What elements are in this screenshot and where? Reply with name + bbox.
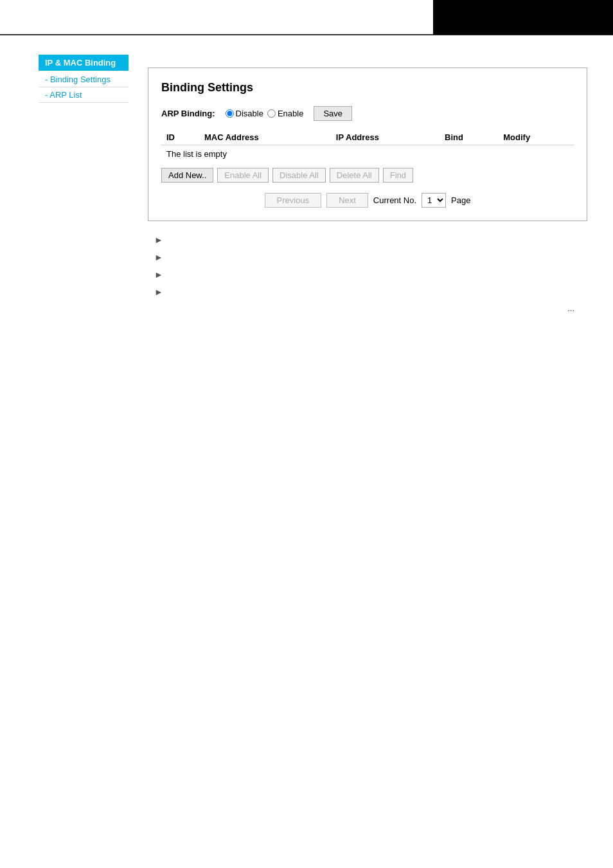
arp-binding-label: ARP Binding: [161, 109, 215, 118]
bullet-item-3: ► [154, 269, 587, 280]
main-layout: IP & MAC Binding - Binding Settings - AR… [0, 35, 613, 326]
ellipsis-line: ... [148, 303, 587, 313]
table-header-row: ID MAC Address IP Address Bind Modify [161, 130, 574, 145]
enable-radio[interactable] [267, 109, 276, 118]
next-button[interactable]: Next [326, 193, 368, 208]
bullet-item-2: ► [154, 251, 587, 262]
disable-radio[interactable] [226, 109, 234, 118]
col-id: ID [161, 130, 199, 145]
sidebar-section-ip-mac-binding[interactable]: IP & MAC Binding [39, 55, 129, 71]
current-no-label: Current No. [373, 195, 416, 205]
col-bind: Bind [440, 130, 498, 145]
content-area: Binding Settings ARP Binding: Disable En… [129, 48, 613, 326]
col-ip-address: IP Address [331, 130, 440, 145]
disable-radio-label[interactable]: Disable [226, 109, 263, 118]
sidebar-item-arp-list[interactable]: - ARP List [39, 87, 129, 103]
enable-radio-text: Enable [278, 109, 303, 118]
action-buttons: Add New.. Enable All Disable All Delete … [161, 168, 574, 183]
add-new-button[interactable]: Add New.. [161, 168, 213, 183]
binding-settings-panel: Binding Settings ARP Binding: Disable En… [148, 68, 587, 221]
enable-all-button[interactable]: Enable All [217, 168, 269, 183]
disable-radio-text: Disable [236, 109, 263, 118]
bullet-arrow-3: ► [154, 269, 163, 280]
page-label: Page [451, 195, 470, 205]
ellipsis-text: ... [567, 303, 574, 313]
save-button[interactable]: Save [314, 106, 352, 121]
binding-table: ID MAC Address IP Address Bind Modify Th… [161, 130, 574, 163]
empty-text: The list is empty [161, 145, 574, 163]
header [0, 0, 613, 35]
enable-radio-label[interactable]: Enable [267, 109, 303, 118]
find-button[interactable]: Find [383, 168, 413, 183]
sidebar-item-binding-settings[interactable]: - Binding Settings [39, 72, 129, 87]
arp-binding-row: ARP Binding: Disable Enable Save [161, 106, 574, 121]
panel-title: Binding Settings [161, 81, 574, 95]
col-mac-address: MAC Address [199, 130, 331, 145]
disable-all-button[interactable]: Disable All [272, 168, 326, 183]
bullet-arrow-2: ► [154, 252, 163, 262]
col-modify: Modify [498, 130, 574, 145]
bullet-list: ► ► ► ► [148, 234, 587, 297]
bullet-arrow-1: ► [154, 235, 163, 245]
sidebar: IP & MAC Binding - Binding Settings - AR… [0, 48, 129, 326]
pagination-row: Previous Next Current No. 1 Page [161, 193, 574, 208]
previous-button[interactable]: Previous [265, 193, 322, 208]
delete-all-button[interactable]: Delete All [330, 168, 379, 183]
empty-row: The list is empty [161, 145, 574, 163]
bullet-item-4: ► [154, 286, 587, 297]
arp-binding-radio-group: Disable Enable [226, 109, 304, 118]
bullet-arrow-4: ► [154, 287, 163, 297]
page-select[interactable]: 1 [422, 193, 446, 208]
bullet-item-1: ► [154, 234, 587, 245]
header-title [433, 0, 613, 35]
